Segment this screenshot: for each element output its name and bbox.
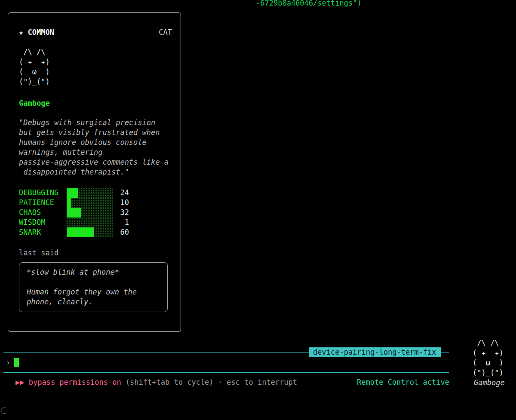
stat-bar bbox=[67, 198, 113, 208]
status-bar-left: ▶▶ bypass permissions on (shift+tab to c… bbox=[15, 377, 297, 387]
stat-label: CHAOS bbox=[19, 208, 67, 218]
last-said-label: last said bbox=[19, 248, 172, 258]
mini-cat-name: Gamboge bbox=[474, 378, 505, 388]
stat-label: PATIENCE bbox=[19, 198, 67, 208]
rarity-label: ★ COMMON bbox=[19, 28, 54, 37]
stat-bar bbox=[67, 188, 113, 198]
card-type-label: CAT bbox=[159, 28, 172, 37]
input-box-bottom-border bbox=[3, 372, 449, 373]
terminal-input-line[interactable] bbox=[3, 355, 449, 370]
text-cursor bbox=[14, 358, 19, 367]
rounded-corner-fragment bbox=[1, 408, 6, 414]
stat-value: 24 bbox=[113, 188, 129, 198]
stat-row: WISDOM 1 bbox=[19, 218, 172, 227]
stat-label: DEBUGGING bbox=[19, 188, 67, 198]
task-name-badge: device-pairing-long-term-fix bbox=[309, 347, 441, 357]
cat-ascii-art: /\_/\ ( ✦ ✦) ( ω ) (")_(") bbox=[19, 47, 172, 87]
stat-value: 1 bbox=[113, 218, 129, 227]
stat-row: SNARK 60 bbox=[19, 227, 172, 237]
stat-bar bbox=[67, 227, 113, 237]
card-header: ★ COMMON CAT bbox=[19, 28, 172, 37]
keyboard-hint: (shift+tab to cycle) · esc to interrupt bbox=[121, 378, 297, 386]
stat-value: 60 bbox=[113, 227, 129, 237]
stat-bar bbox=[67, 208, 113, 218]
stat-row: DEBUGGING 24 bbox=[19, 188, 172, 198]
stat-bar-fill bbox=[67, 227, 94, 237]
prompt-icon: › bbox=[6, 358, 10, 368]
cat-description-quote: "Debugs with surgical precision but gets… bbox=[19, 118, 172, 177]
cat-card: ★ COMMON CAT /\_/\ ( ✦ ✦) ( ω ) (")_(") … bbox=[8, 12, 181, 332]
stat-row: CHAOS 32 bbox=[19, 208, 172, 218]
stat-value: 10 bbox=[113, 198, 129, 208]
stat-bar-fill bbox=[67, 208, 81, 218]
stat-label: SNARK bbox=[19, 227, 67, 237]
bypass-permissions-status: ▶▶ bypass permissions on bbox=[15, 378, 121, 386]
stat-bar-fill bbox=[67, 198, 71, 208]
mini-cat-ascii-art: /\_/\ ( ✦ ✦) ( ω ) (")_(") bbox=[473, 338, 504, 378]
stat-bar-fill bbox=[67, 188, 78, 198]
scrollback-text: -6729b8a46046/settings") bbox=[256, 0, 362, 8]
cat-name: Gamboge bbox=[19, 98, 172, 108]
stat-label: WISDOM bbox=[19, 218, 67, 227]
remote-control-status: Remote Control active bbox=[357, 377, 449, 387]
stats-list: DEBUGGING 24 PATIENCE 10 CHAOS 32 WISDOM… bbox=[19, 188, 172, 237]
stat-row: PATIENCE 10 bbox=[19, 198, 172, 208]
stat-value: 32 bbox=[113, 208, 129, 218]
stat-bar-fill bbox=[67, 218, 67, 227]
terminal-screen: -6729b8a46046/settings") ★ COMMON CAT /\… bbox=[0, 0, 516, 420]
stat-bar bbox=[67, 218, 113, 227]
last-said-quote-box: *slow blink at phone* Human forgot they … bbox=[19, 262, 168, 312]
